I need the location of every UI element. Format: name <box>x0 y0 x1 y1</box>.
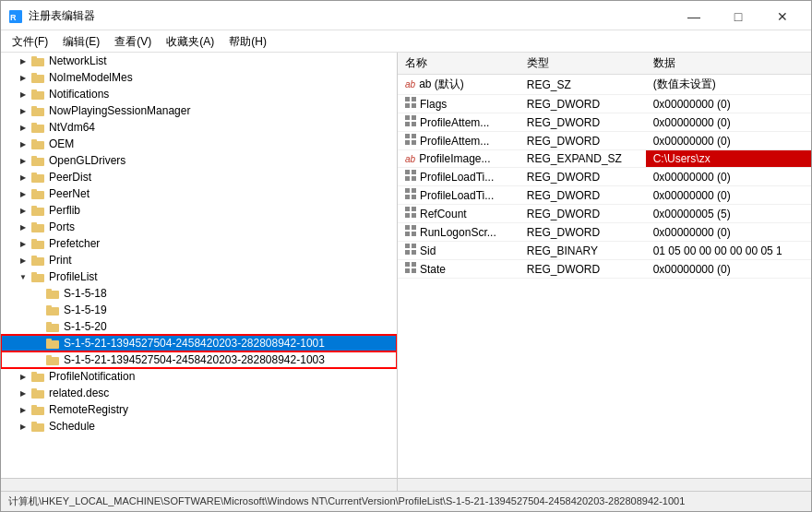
table-row[interactable]: abProfileImage...REG_EXPAND_SZC:\Users\z… <box>398 150 811 168</box>
svg-rect-36 <box>46 340 59 349</box>
minimize-button[interactable]: — <box>673 5 715 29</box>
tree-item-openGLDrivers[interactable]: OpenGLDrivers <box>1 152 397 169</box>
tree-expand-perflib[interactable] <box>16 203 30 218</box>
reg-name-cell: RunLogonScr... <box>398 223 519 242</box>
svg-rect-11 <box>31 123 37 125</box>
tree-item-nowPlayingSessionManager[interactable]: NowPlayingSessionManager <box>1 102 397 119</box>
table-row[interactable]: ProfileLoadTi...REG_DWORD0x00000000 (0) <box>398 186 811 205</box>
tree-expand-remoteRegistry[interactable] <box>16 402 30 417</box>
tree-item-networkList[interactable]: NetworkList <box>1 53 397 69</box>
svg-rect-8 <box>31 108 44 116</box>
tree-item-s15211001[interactable]: S-1-5-21-1394527504-2458420203-282808942… <box>1 335 397 351</box>
tree-item-remoteRegistry[interactable]: RemoteRegistry <box>1 401 397 418</box>
svg-rect-59 <box>412 140 416 145</box>
tree-item-ntVdm64[interactable]: NtVdm64 <box>1 119 397 136</box>
tree-item-peerDist[interactable]: PeerDist <box>1 169 397 185</box>
tree-item-noImeModelMes[interactable]: NoImeModelMes <box>1 69 397 86</box>
svg-rect-50 <box>405 103 410 108</box>
tree-expand-ntVdm64[interactable] <box>16 120 30 135</box>
tree-expand-oem[interactable] <box>16 137 30 151</box>
menu-item-v[interactable]: 查看(V) <box>107 32 159 50</box>
reg-data-cell: 0x00000000 (0) <box>646 260 811 279</box>
tree-expand-openGLDrivers[interactable] <box>16 153 30 168</box>
tree-item-peerNet[interactable]: PeerNet <box>1 185 397 202</box>
close-button[interactable]: ✕ <box>761 5 804 29</box>
reg-name-cell: ProfileAttem... <box>398 132 519 150</box>
tree-label-profileNotification: ProfileNotification <box>49 370 135 383</box>
table-row[interactable]: SidREG_BINARY01 05 00 00 00 00 00 05 1 <box>398 242 811 260</box>
tree-expand-networkList[interactable] <box>16 54 30 68</box>
svg-rect-7 <box>31 89 37 92</box>
tree-label-ntVdm64: NtVdm64 <box>49 121 95 134</box>
tree-item-s1519[interactable]: S-1-5-19 <box>1 302 397 318</box>
svg-rect-30 <box>46 291 59 299</box>
table-row[interactable]: StateREG_DWORD0x00000000 (0) <box>398 260 811 279</box>
tree-expand-noImeModelMes[interactable] <box>16 70 30 85</box>
tree-expand-prefetcher[interactable] <box>16 236 30 251</box>
table-row[interactable]: ProfileLoadTi...REG_DWORD0x00000000 (0) <box>398 168 811 186</box>
svg-rect-41 <box>31 372 37 375</box>
svg-rect-22 <box>31 224 44 232</box>
reg-type-cell: REG_DWORD <box>519 186 646 205</box>
table-row[interactable]: RunLogonScr...REG_DWORD0x00000000 (0) <box>398 223 811 242</box>
tree-item-profileNotification[interactable]: ProfileNotification <box>1 368 397 385</box>
svg-rect-57 <box>412 134 416 138</box>
menu-item-a[interactable]: 收藏夹(A) <box>159 32 221 50</box>
tree-item-s1520[interactable]: S-1-5-20 <box>1 318 397 335</box>
tree-expand-profileNotification[interactable] <box>16 369 30 384</box>
svg-rect-80 <box>405 262 410 267</box>
right-scrollbar-h[interactable] <box>398 478 811 491</box>
table-row[interactable]: ProfileAttem...REG_DWORD0x00000000 (0) <box>398 113 811 132</box>
tree-item-notifications[interactable]: Notifications <box>1 86 397 102</box>
status-bar: 计算机\HKEY_LOCAL_MACHINE\SOFTWARE\Microsof… <box>1 491 811 511</box>
tree-item-schedule[interactable]: Schedule <box>1 418 397 435</box>
tree-item-print[interactable]: Print <box>1 252 397 268</box>
tree-item-prefetcher[interactable]: Prefetcher <box>1 235 397 252</box>
menu-item-h[interactable]: 帮助(H) <box>221 32 274 50</box>
table-row[interactable]: RefCountREG_DWORD0x00000005 (5) <box>398 205 811 223</box>
tree-expand-s15211003 <box>30 352 45 367</box>
reg-data-cell: 0x00000005 (5) <box>646 205 811 223</box>
tree-label-notifications: Notifications <box>49 88 109 101</box>
tree-expand-profileList[interactable] <box>16 269 30 284</box>
tree-expand-relatedDesc[interactable] <box>16 386 30 400</box>
tree-expand-ports[interactable] <box>16 220 30 234</box>
table-row[interactable]: FlagsREG_DWORD0x00000000 (0) <box>398 95 811 113</box>
svg-rect-47 <box>31 422 37 424</box>
tree-item-relatedDesc[interactable]: related.desc <box>1 385 397 401</box>
tree-item-s1518[interactable]: S-1-5-18 <box>1 285 397 302</box>
svg-rect-5 <box>31 73 37 76</box>
tree-expand-nowPlayingSessionManager[interactable] <box>16 103 30 118</box>
reg-name-cell: ProfileAttem... <box>398 113 519 132</box>
tree-item-perflib[interactable]: Perflib <box>1 202 397 219</box>
menu-item-f[interactable]: 文件(F) <box>5 32 55 50</box>
main-content: NetworkListNoImeModelMesNotificationsNow… <box>1 53 811 491</box>
registry-values-panel[interactable]: 名称类型数据abab (默认)REG_SZ(数值未设置)FlagsREG_DWO… <box>398 53 811 478</box>
tree-expand-print[interactable] <box>16 253 30 268</box>
svg-rect-37 <box>46 339 52 341</box>
left-scrollbar-h[interactable] <box>1 478 397 491</box>
svg-rect-9 <box>31 106 37 109</box>
tree-label-ports: Ports <box>49 220 75 233</box>
tree-expand-notifications[interactable] <box>16 87 30 101</box>
reg-name-cell: Sid <box>398 242 519 260</box>
tree-item-profileList[interactable]: ProfileList <box>1 268 397 285</box>
maximize-button[interactable]: □ <box>717 5 759 29</box>
tree-expand-peerDist[interactable] <box>16 170 30 185</box>
tree-item-oem[interactable]: OEM <box>1 136 397 152</box>
table-row[interactable]: abab (默认)REG_SZ(数值未设置) <box>398 75 811 95</box>
menu-item-e[interactable]: 编辑(E) <box>55 32 107 50</box>
tree-view[interactable]: NetworkListNoImeModelMesNotificationsNow… <box>1 53 398 478</box>
tree-expand-schedule[interactable] <box>16 419 30 434</box>
tree-label-print: Print <box>49 254 72 267</box>
svg-rect-4 <box>31 75 44 83</box>
svg-rect-39 <box>46 355 52 358</box>
tree-label-schedule: Schedule <box>49 420 95 433</box>
tree-expand-peerNet[interactable] <box>16 186 30 201</box>
tree-item-s15211003[interactable]: S-1-5-21-1394527504-2458420203-282808942… <box>1 351 397 368</box>
reg-type-cell: REG_SZ <box>519 75 646 95</box>
tree-item-ports[interactable]: Ports <box>1 219 397 235</box>
svg-rect-67 <box>412 195 416 199</box>
svg-rect-48 <box>405 97 410 101</box>
table-row[interactable]: ProfileAttem...REG_DWORD0x00000000 (0) <box>398 132 811 150</box>
